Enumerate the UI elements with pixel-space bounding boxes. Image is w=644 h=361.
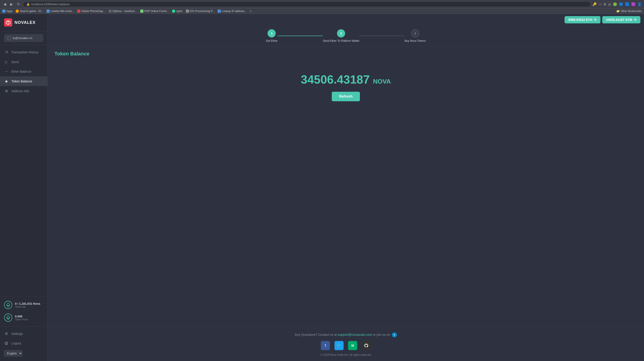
logo-icon (4, 19, 12, 27)
top-balances: 8989.94532 ETH ↻ 34506.43187 SYM ↻ (48, 14, 644, 26)
language-select[interactable]: English (4, 350, 22, 356)
logout-label: Logout (11, 341, 21, 345)
total-cap-label: Total Cap (15, 305, 40, 308)
balance-amount: 34506.43187 (301, 73, 370, 86)
stepper: 1 Get Ether 2 Send Ether To Platform Wal… (54, 29, 637, 43)
bookmark-handson[interactable]: Options - handson... (108, 10, 137, 13)
ext2-icon[interactable]: 🔵 (619, 2, 623, 6)
user-circle-icon: ◯ (7, 36, 11, 40)
ext4-icon[interactable]: 🟪 (631, 2, 636, 6)
sym-balance-pill[interactable]: 34506.43187 SYM ↻ (602, 16, 640, 23)
ext1-icon[interactable]: 🟢 (613, 2, 617, 6)
sidebar-item-label: Address Info (11, 89, 29, 93)
transaction-history-icon: ↺ (4, 50, 8, 54)
step-1: 1 Get Ether (266, 29, 278, 43)
bookmark-phonegap[interactable]: Adobe PhoneGap... (77, 10, 105, 13)
sidebar-user: ◯ tu@novalex.vn (0, 31, 48, 45)
step-line-2-3 (359, 36, 404, 36)
github-link[interactable] (362, 341, 371, 350)
twitter-link[interactable]: 🐦 (334, 341, 344, 350)
step-label-1: Get Ether (266, 39, 278, 43)
stepper-container: 1 Get Ether 2 Send Ether To Platform Wal… (48, 26, 644, 46)
sidebar-item-label: Token Balance (11, 80, 32, 83)
medium-link[interactable]: M (348, 341, 357, 350)
eth-circle-icon-1 (4, 301, 12, 309)
step-3: 3 Buy Nova Tokens (404, 29, 426, 43)
step-label-2: Send Ether To Platform Wallet (323, 39, 359, 43)
app-container: NOVALEX ◯ tu@novalex.vn ↺ Transaction Hi… (0, 14, 644, 361)
sidebar-item-label: Transaction History (11, 50, 38, 54)
bookmark-nginx[interactable]: nginx (172, 10, 183, 13)
ether-balance-icon: ↔ (4, 70, 8, 74)
user-email-container[interactable]: ◯ tu@novalex.vn (4, 34, 43, 42)
svg-marker-6 (6, 318, 10, 320)
back-button[interactable]: ◀ (2, 2, 7, 7)
sidebar-item-settings[interactable]: ⚙ Settings (0, 329, 48, 338)
content-footer: Any Questions? Contact us at support@nov… (48, 328, 644, 361)
lock-icon: 🔒 (26, 3, 30, 6)
forward-button[interactable]: ▶ (9, 2, 14, 7)
sidebar-item-address-info[interactable]: ⊕ Address Info (0, 86, 48, 96)
token-total-cap: 0 / 1,181,031 Nova Total Cap (0, 298, 48, 311)
settings-label: Settings (11, 332, 23, 335)
eth-circle-icon-2 (4, 313, 12, 322)
bookmark-apps[interactable]: Apps (2, 10, 12, 13)
bookmark-search-game[interactable]: Search game - iO... (16, 10, 43, 13)
logo-text: NOVALEX (14, 20, 36, 25)
bookmark-other[interactable]: 📁 Other Bookmarks (616, 10, 642, 13)
step-2: 2 Send Ether To Platform Wallet (323, 29, 359, 43)
browser-chrome: ◀ ▶ ↻ 🔒 localhost:4200/token-balance 🔑 ☆… (0, 0, 644, 9)
sidebar-item-ether-balance[interactable]: ↔ Ether Balance (0, 67, 48, 76)
sidebar-item-transaction-history[interactable]: ↺ Transaction History (0, 47, 48, 57)
bookmark-ios[interactable]: iOS Provisioning P... (186, 10, 215, 13)
token-total-cap-text: 0 / 1,181,031 Nova Total Cap (15, 302, 40, 308)
address-info-icon: ⊕ (4, 89, 8, 93)
balance-unit: NOVA (373, 78, 391, 85)
bookmark-lookup-ip[interactable]: Lookup IP address... (218, 10, 247, 13)
sidebar-item-send[interactable]: ▷ Send (0, 57, 48, 67)
footer-contact-text: Any Questions? Contact us at support@nov… (52, 332, 640, 337)
eth-balance-value: 8989.94532 ETH (568, 18, 592, 22)
token-price: 0.088 Token Price (0, 311, 48, 324)
sym-balance-value: 34506.43187 SYM (606, 18, 632, 22)
step-label-3: Buy Nova Tokens (404, 39, 426, 43)
key-icon[interactable]: 🔑 (592, 2, 597, 6)
step-circle-1: 1 (268, 29, 276, 38)
send-icon: ▷ (4, 60, 8, 64)
telegram-icon: ✈ (392, 332, 397, 337)
sym-refresh-icon: ↻ (634, 18, 637, 22)
star-icon[interactable]: ☆ (598, 2, 602, 6)
logout-icon: ⏻ (4, 341, 8, 345)
settings-icon[interactable]: ⚙ (604, 2, 606, 6)
sidebar-item-logout[interactable]: ⏻ Logout (0, 338, 48, 348)
facebook-link[interactable]: f (321, 341, 330, 350)
settings-gear-icon: ⚙ (4, 331, 8, 336)
bookmark-crawler[interactable]: crawler.99s.vn/se... (46, 10, 74, 13)
main-content: 8989.94532 ETH ↻ 34506.43187 SYM ↻ 1 Get… (48, 14, 644, 361)
footer-email-link[interactable]: support@novasuite.com (338, 333, 372, 336)
bookmark-php[interactable]: PHP Online Functi... (140, 10, 169, 13)
sidebar-footer: ⚙ Settings ⏻ Logout English (0, 326, 48, 361)
page-title: Token Balance (54, 51, 637, 57)
sidebar: NOVALEX ◯ tu@novalex.vn ↺ Transaction Hi… (0, 14, 48, 361)
sidebar-logo: NOVALEX (0, 14, 48, 31)
circle-icon[interactable]: ◎ (608, 2, 611, 6)
sidebar-item-label: Ether Balance (11, 70, 31, 73)
footer-social-links: f 🐦 M (52, 341, 640, 350)
bookmark-more[interactable]: » (250, 10, 252, 13)
ext3-icon[interactable]: 🟦 (625, 2, 630, 6)
sidebar-nav: ↺ Transaction History ▷ Send ↔ Ether Bal… (0, 45, 48, 296)
refresh-button[interactable]: Refresh (332, 92, 360, 101)
url-text: localhost:4200/token-balance (31, 3, 70, 6)
avatar-icon[interactable]: 👤 (638, 2, 642, 6)
sidebar-item-token-balance[interactable]: ◈ Token Balance (0, 76, 48, 86)
bookmarks-bar: Apps Search game - iO... crawler.99s.vn/… (0, 9, 644, 14)
reload-button[interactable]: ↻ (16, 2, 21, 7)
token-balance-display: 34506.43187 NOVA Refresh (54, 64, 637, 110)
footer-copyright: © 2019 Nova Suite Inc. All rights reserv… (52, 353, 640, 356)
eth-balance-pill[interactable]: 8989.94532 ETH ↻ (564, 16, 600, 23)
eth-refresh-icon: ↻ (594, 18, 597, 22)
browser-toolbar: 🔑 ☆ ⚙ ◎ 🟢 🔵 🟦 🟪 👤 (592, 2, 642, 6)
url-bar[interactable]: 🔒 localhost:4200/token-balance (23, 1, 591, 7)
token-balance-icon: ◈ (4, 79, 8, 83)
